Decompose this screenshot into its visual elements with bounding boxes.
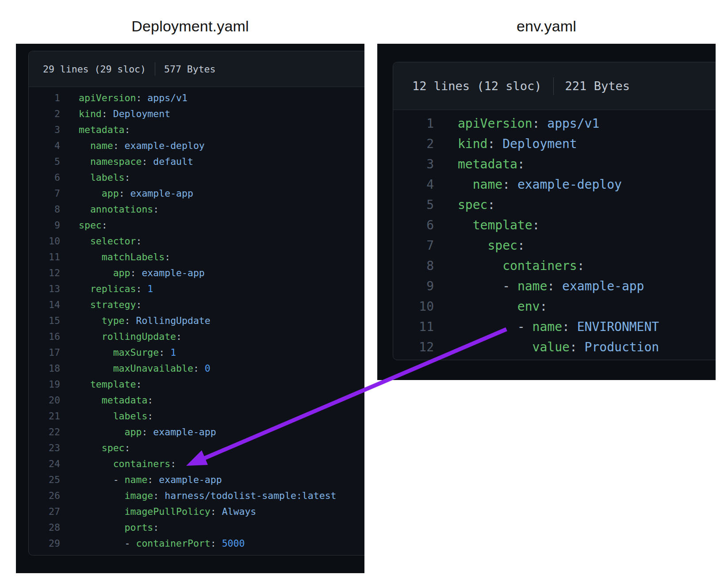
line-number[interactable]: 1 <box>29 90 60 106</box>
code-line: 20 metadata: <box>29 392 364 408</box>
yaml-colon: : <box>113 140 119 151</box>
code-line: 18 maxUnavailable: 0 <box>29 361 364 377</box>
line-number[interactable]: 8 <box>393 256 434 276</box>
yaml-colon: : <box>487 198 495 212</box>
yaml-value: default <box>153 156 193 167</box>
line-number[interactable]: 6 <box>393 215 434 236</box>
line-number[interactable]: 21 <box>29 408 60 424</box>
line-number[interactable]: 26 <box>29 488 60 504</box>
yaml-list-dash: - <box>502 279 517 293</box>
line-number[interactable]: 9 <box>29 217 60 233</box>
line-number[interactable]: 22 <box>29 424 60 440</box>
code-text: app: example-app <box>79 186 193 202</box>
yaml-value: example-app <box>130 188 193 199</box>
yaml-colon: : <box>533 116 540 131</box>
line-number[interactable]: 13 <box>29 281 60 297</box>
line-number[interactable]: 2 <box>29 106 60 122</box>
yaml-list-dash: - <box>517 320 533 334</box>
code-text: kind: Deployment <box>79 106 170 122</box>
line-number[interactable]: 16 <box>29 329 60 345</box>
yaml-list-dash: - <box>125 538 136 549</box>
code-line: 5spec: <box>393 195 716 215</box>
code-line: 15 type: RollingUpdate <box>29 313 364 329</box>
yaml-list-dash: - <box>113 474 125 485</box>
line-number[interactable]: 15 <box>29 313 60 329</box>
yaml-value: example-deploy <box>517 177 622 192</box>
yaml-colon: : <box>153 522 159 533</box>
code-text: spec: <box>79 440 130 456</box>
code-line: 19 template: <box>29 377 364 392</box>
line-number[interactable]: 3 <box>29 122 60 138</box>
yaml-key: rollingUpdate <box>102 331 176 342</box>
line-number[interactable]: 25 <box>29 472 60 488</box>
code-line: 27 imagePullPolicy: Always <box>29 504 364 520</box>
line-number[interactable]: 5 <box>29 154 60 170</box>
line-number[interactable]: 7 <box>393 236 434 256</box>
line-number[interactable]: 3 <box>393 154 434 175</box>
line-number[interactable]: 12 <box>29 265 60 281</box>
yaml-colon: : <box>570 340 577 354</box>
yaml-value: Always <box>222 506 257 517</box>
line-number[interactable]: 19 <box>29 377 60 392</box>
line-number[interactable]: 7 <box>29 186 60 202</box>
code-text: labels: <box>79 408 153 424</box>
code-text: env: <box>458 297 547 317</box>
yaml-colon: : <box>502 177 510 192</box>
line-number[interactable]: 29 <box>29 536 60 552</box>
line-number[interactable]: 1 <box>393 114 434 134</box>
yaml-value: harness/todolist-sample:latest <box>165 490 336 501</box>
line-number[interactable]: 20 <box>29 392 60 408</box>
yaml-colon: : <box>547 279 555 293</box>
code-line: 10 env: <box>393 297 716 317</box>
line-number[interactable]: 10 <box>393 297 434 317</box>
code-line: 3metadata: <box>29 122 364 138</box>
line-number[interactable]: 27 <box>29 504 60 520</box>
line-number[interactable]: 24 <box>29 456 60 472</box>
line-number[interactable]: 8 <box>29 202 60 217</box>
yaml-colon: : <box>517 157 525 171</box>
yaml-key: metadata <box>102 395 148 406</box>
yaml-colon: : <box>125 124 130 135</box>
deployment-yaml-panel: 29 lines (29 sloc) 577 Bytes 1apiVersion… <box>16 44 364 573</box>
code-line: 2kind: Deployment <box>393 134 716 154</box>
code-text: - name: example-app <box>79 472 222 488</box>
line-number[interactable]: 6 <box>29 170 60 186</box>
yaml-key: env <box>517 299 540 314</box>
yaml-value: ENVIRONMENT <box>577 320 659 334</box>
code-line: 6 template: <box>393 215 716 236</box>
code-line: 29 - containerPort: 5000 <box>29 536 364 552</box>
line-number[interactable]: 12 <box>393 337 434 358</box>
yaml-key: strategy <box>90 299 136 310</box>
yaml-value: Deployment <box>113 108 170 119</box>
yaml-key: apiVersion <box>79 92 136 103</box>
yaml-value: apps/v1 <box>547 116 599 131</box>
line-number[interactable]: 28 <box>29 520 60 536</box>
yaml-colon: : <box>142 156 147 167</box>
yaml-colon: : <box>130 267 136 278</box>
line-number[interactable]: 10 <box>29 233 60 249</box>
line-number[interactable]: 17 <box>29 345 60 361</box>
line-number[interactable]: 11 <box>393 317 434 337</box>
line-number[interactable]: 2 <box>393 134 434 154</box>
code-line: 2kind: Deployment <box>29 106 364 122</box>
code-text: containers: <box>79 456 176 472</box>
code-line: 9 - name: example-app <box>393 276 716 297</box>
line-number[interactable]: 9 <box>393 276 434 297</box>
line-number[interactable]: 18 <box>29 361 60 377</box>
line-number[interactable]: 11 <box>29 249 60 265</box>
line-number[interactable]: 23 <box>29 440 60 456</box>
code-line: 7 app: example-app <box>29 186 364 202</box>
line-number[interactable]: 14 <box>29 297 60 313</box>
yaml-key: annotations <box>90 204 153 215</box>
yaml-value: Deployment <box>502 137 577 151</box>
line-number[interactable]: 4 <box>29 138 60 154</box>
file-size: 577 Bytes <box>164 64 216 75</box>
line-number[interactable]: 4 <box>393 175 434 195</box>
code-line: 1apiVersion: apps/v1 <box>393 114 716 134</box>
yaml-key: containers <box>502 259 577 273</box>
yaml-key: metadata <box>458 157 517 171</box>
code-text: type: RollingUpdate <box>79 313 211 329</box>
code-line: 11 - name: ENVIRONMENT <box>393 317 716 337</box>
line-number[interactable]: 5 <box>393 195 434 215</box>
yaml-colon: : <box>125 172 130 183</box>
